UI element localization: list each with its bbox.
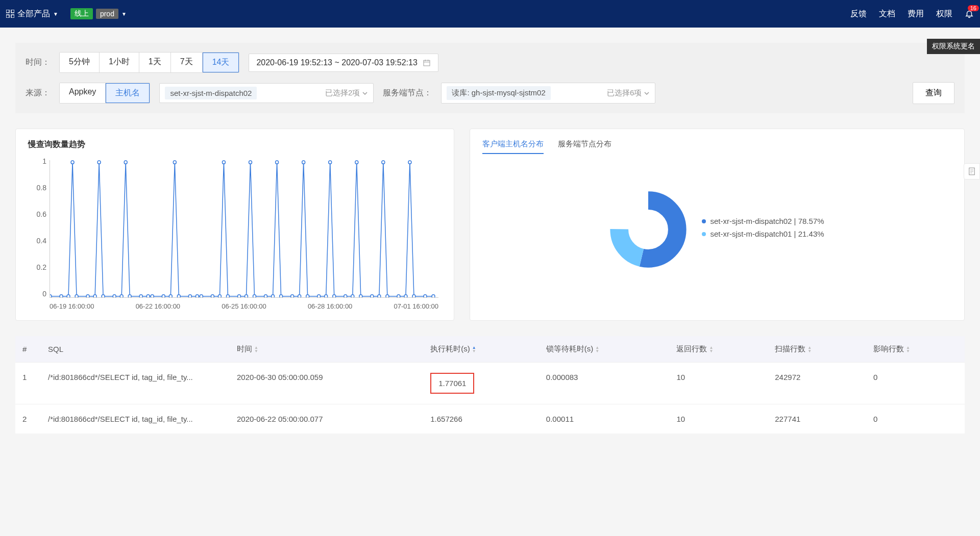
sort-icon: ▲▼ <box>709 346 713 353</box>
side-drawer-handle[interactable] <box>964 163 980 180</box>
notification-count: 16 <box>968 5 979 11</box>
panels-row: 慢查询数量趋势 1 0.8 0.6 0.4 0.2 0 06-19 16:00: <box>15 129 965 321</box>
date-range-picker[interactable]: 2020-06-19 19:52:13 ~ 2020-07-03 19:52:1… <box>249 54 438 72</box>
donut-svg <box>610 191 687 268</box>
notifications-button[interactable]: 16 <box>965 9 974 18</box>
env-selector[interactable]: 线上 prod ▼ <box>70 8 127 19</box>
svg-point-22 <box>146 295 150 297</box>
cell-time: 2020-06-22 05:00:00.077 <box>230 404 423 434</box>
svg-point-46 <box>306 295 309 297</box>
chevron-down-icon <box>362 90 368 96</box>
svg-point-51 <box>344 295 347 297</box>
sort-icon: ▲▼ <box>254 346 258 353</box>
svg-point-59 <box>397 295 400 297</box>
source-hostname[interactable]: 主机名 <box>106 83 150 103</box>
date-range-value: 2020-06-19 19:52:13 ~ 2020-07-03 19:52:1… <box>256 58 417 67</box>
nav-billing[interactable]: 费用 <box>908 9 924 19</box>
nav-permission[interactable]: 权限 <box>936 9 952 19</box>
caret-down-icon: ▼ <box>121 11 127 17</box>
svg-point-19 <box>124 161 127 164</box>
svg-point-20 <box>128 295 131 297</box>
svg-point-21 <box>139 295 142 297</box>
svg-point-11 <box>71 161 74 164</box>
distribution-panel: 客户端主机名分布 服务端节点分布 set-xr-sjst-m-dispatch0… <box>470 129 965 321</box>
legend-item: set-xr-sjst-m-dispatch01 | 21.43% <box>702 229 824 238</box>
legend-item: set-xr-sjst-m-dispatch02 | 78.57% <box>702 217 824 225</box>
col-lock-time[interactable]: 锁等待耗时(s)▲▼ <box>539 336 670 363</box>
source-label: 来源： <box>26 88 50 98</box>
svg-point-56 <box>378 295 381 297</box>
permission-rename-tooltip: 权限系统更名 <box>927 39 980 54</box>
env-prod-badge: prod <box>96 9 118 19</box>
col-sql: SQL <box>41 336 230 363</box>
svg-point-30 <box>200 295 203 297</box>
svg-point-39 <box>264 295 267 297</box>
col-exec-time[interactable]: 执行耗时(s)▲▼ <box>423 336 539 363</box>
time-5min[interactable]: 5分钟 <box>60 53 100 72</box>
col-return-rows[interactable]: 返回行数▲▼ <box>669 336 768 363</box>
source-select[interactable]: set-xr-sjst-m-dispatch02 已选择2项 <box>159 83 374 103</box>
cell-sql: /*id:801866cd*/SELECT id, tag_id, file_t… <box>41 404 230 434</box>
col-affect-rows[interactable]: 影响行数▲▼ <box>866 336 965 363</box>
svg-point-62 <box>412 295 415 297</box>
source-appkey[interactable]: Appkey <box>60 83 106 103</box>
svg-point-37 <box>249 161 252 164</box>
svg-point-10 <box>67 295 70 297</box>
cell-exec: 1.657266 <box>423 404 539 434</box>
table-row[interactable]: 2 /*id:801866cd*/SELECT id, tag_id, file… <box>15 404 965 434</box>
table-row[interactable]: 1 /*id:801866cd*/SELECT id, tag_id, file… <box>15 363 965 404</box>
cell-return: 10 <box>669 363 768 404</box>
legend-dot-icon <box>702 219 706 223</box>
svg-point-40 <box>272 295 275 297</box>
query-button[interactable]: 查询 <box>913 82 954 104</box>
time-label: 时间： <box>26 57 50 68</box>
dist-tabs: 客户端主机名分布 服务端节点分布 <box>482 139 952 154</box>
col-scan-rows[interactable]: 扫描行数▲▼ <box>768 336 866 363</box>
svg-point-53 <box>355 161 358 164</box>
nav-docs[interactable]: 文档 <box>879 9 895 19</box>
sort-icon: ▲▼ <box>807 346 812 353</box>
svg-point-27 <box>177 295 180 297</box>
server-selected-count: 已选择6项 <box>607 88 650 98</box>
col-time[interactable]: 时间▲▼ <box>230 336 423 363</box>
svg-point-32 <box>218 295 221 297</box>
svg-point-15 <box>97 161 101 164</box>
source-selected-count: 已选择2项 <box>325 88 368 98</box>
svg-point-47 <box>317 295 321 297</box>
svg-point-12 <box>75 295 78 297</box>
server-tag-chip: 读库: gh-sjst-mysql-sjstm02 <box>447 86 550 100</box>
document-icon <box>967 167 976 176</box>
time-14day[interactable]: 14天 <box>203 53 239 72</box>
cell-affect: 0 <box>866 404 965 434</box>
svg-point-64 <box>432 295 435 297</box>
svg-point-8 <box>50 295 52 297</box>
cell-affect: 0 <box>866 363 965 404</box>
svg-point-54 <box>359 295 362 297</box>
filter-row-time: 时间： 5分钟 1小时 1天 7天 14天 2020-06-19 19:52:1… <box>26 52 954 73</box>
svg-point-9 <box>60 295 63 297</box>
filter-bar: 时间： 5分钟 1小时 1天 7天 14天 2020-06-19 19:52:1… <box>15 43 965 113</box>
cell-lock: 0.000083 <box>539 363 670 404</box>
time-1hour[interactable]: 1小时 <box>100 53 139 72</box>
svg-rect-2 <box>6 15 9 18</box>
time-1day[interactable]: 1天 <box>139 53 171 72</box>
sort-icon: ▲▼ <box>595 346 599 353</box>
svg-rect-0 <box>6 10 9 13</box>
filter-row-source: 来源： Appkey 主机名 set-xr-sjst-m-dispatch02 … <box>26 82 954 104</box>
cell-time: 2020-06-30 05:00:00.059 <box>230 363 423 404</box>
time-7day[interactable]: 7天 <box>171 53 203 72</box>
sort-icon: ▲▼ <box>906 346 910 353</box>
tab-server-node[interactable]: 服务端节点分布 <box>558 139 611 154</box>
product-menu[interactable]: 全部产品 ▼ <box>6 9 58 19</box>
cell-sql: /*id:801866cd*/SELECT id, tag_id, file_t… <box>41 363 230 404</box>
env-online-badge: 线上 <box>70 8 93 19</box>
svg-point-43 <box>291 295 294 297</box>
nav-feedback[interactable]: 反馈 <box>850 9 867 19</box>
tab-client-host[interactable]: 客户端主机名分布 <box>482 139 544 154</box>
cell-exec: 1.77061 <box>423 363 539 404</box>
svg-point-52 <box>351 295 354 297</box>
svg-point-42 <box>280 295 283 297</box>
server-select[interactable]: 读库: gh-sjst-mysql-sjstm02 已选择6项 <box>441 83 655 104</box>
source-type-group: Appkey 主机名 <box>59 83 150 104</box>
donut-legend: set-xr-sjst-m-dispatch02 | 78.57% set-xr… <box>702 217 824 242</box>
